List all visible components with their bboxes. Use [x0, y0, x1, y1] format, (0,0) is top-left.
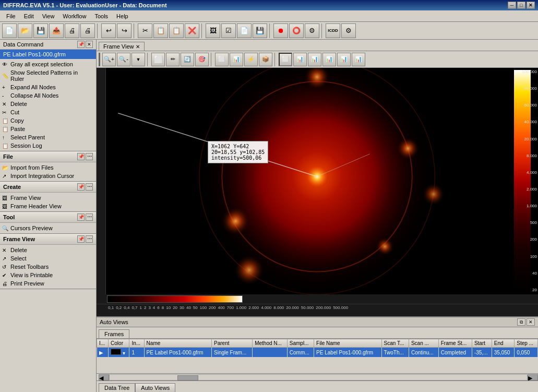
toolbar-settings3[interactable]: ⚙: [341, 23, 356, 38]
toolbar-print-preview[interactable]: 🖨: [65, 23, 79, 38]
toolbar-save[interactable]: 💾: [33, 23, 48, 38]
toolbar-export[interactable]: 📤: [49, 23, 64, 38]
col-parent[interactable]: Parent: [212, 339, 253, 348]
fv-pin[interactable]: 📌: [77, 235, 85, 243]
maximize-button[interactable]: □: [517, 2, 525, 9]
bottom-tab-autoviews[interactable]: Auto Views: [135, 383, 175, 392]
tab-frame-view[interactable]: Frame View ✕: [99, 42, 145, 51]
col-in[interactable]: In...: [129, 339, 144, 348]
toolbar-icdd[interactable]: ICDD: [326, 23, 340, 38]
toolbar-delete[interactable]: ❌: [185, 23, 199, 38]
fv-zoom-in[interactable]: 🔍+: [102, 53, 116, 66]
col-scant[interactable]: Scan T...: [381, 339, 409, 348]
menu-fv-printable[interactable]: ✔View is Printable: [0, 271, 96, 279]
toolbar-paste[interactable]: 📋: [169, 23, 184, 38]
menu-collapse-all[interactable]: -Collapse All Nodes: [0, 91, 96, 100]
toolbar-frame[interactable]: 🖼: [206, 23, 220, 38]
toolbar-doc[interactable]: 📄: [237, 23, 252, 38]
fv-zoom-dropdown[interactable]: ▼: [131, 53, 145, 66]
col-i[interactable]: I...: [97, 339, 109, 348]
col-method[interactable]: Method N...: [253, 339, 288, 348]
fv-more[interactable]: ⋯: [86, 235, 93, 243]
menu-cut[interactable]: ✂Cut: [0, 108, 96, 116]
av-restore[interactable]: ⧉: [517, 318, 525, 326]
menu-fv-reset[interactable]: ↺Reset Toolbars: [0, 263, 96, 271]
toolbar-print[interactable]: 🖨: [80, 23, 95, 38]
col-color[interactable]: Color: [109, 339, 129, 348]
file-pin[interactable]: 📌: [77, 153, 85, 160]
toolbar-check[interactable]: ☑: [221, 23, 236, 38]
file-more[interactable]: ⋯: [86, 153, 93, 160]
scroll-thumb[interactable]: [177, 375, 198, 381]
close-button[interactable]: ✕: [527, 2, 535, 9]
col-framest[interactable]: Frame St...: [438, 339, 472, 348]
fv-chart6[interactable]: 📊: [352, 53, 365, 66]
fv-draw[interactable]: ✏: [166, 53, 180, 66]
fv-chart2[interactable]: 📊: [293, 53, 307, 66]
menu-gray-all[interactable]: 👁Gray all except selection: [0, 60, 96, 68]
scroll-track[interactable]: [109, 374, 528, 381]
menu-fv-delete[interactable]: ✕Delete: [0, 246, 96, 254]
fv-rotate[interactable]: 🔄: [181, 53, 194, 66]
col-filename[interactable]: File Name: [314, 339, 381, 348]
fv-fit[interactable]: ⬜: [151, 53, 165, 66]
col-step[interactable]: Step ...: [515, 339, 538, 348]
toolbar-undo[interactable]: ↩: [101, 23, 116, 38]
col-sample[interactable]: Sampl...: [287, 339, 314, 348]
tool-pin[interactable]: 📌: [77, 213, 85, 221]
menu-frame-view[interactable]: 🖼Frame View: [0, 194, 96, 202]
create-pin[interactable]: 📌: [77, 183, 85, 191]
menu-frame-header[interactable]: 🖼Frame Header View: [0, 202, 96, 210]
menu-file[interactable]: File: [2, 12, 20, 20]
toolbar-record[interactable]: ⏺: [273, 23, 288, 38]
col-end[interactable]: End: [492, 339, 514, 348]
menu-fv-print[interactable]: 🖨Print Preview: [0, 279, 96, 288]
toolbar-save2[interactable]: 💾: [253, 23, 267, 38]
toolbar-new[interactable]: 📄: [2, 23, 17, 38]
menu-cursors-preview[interactable]: 🔍Cursors Preview: [0, 224, 96, 232]
menu-paste[interactable]: 📋Paste: [0, 125, 96, 133]
col-name[interactable]: Name: [144, 339, 211, 348]
toolbar-copy[interactable]: 📋: [153, 23, 168, 38]
tool-more[interactable]: ⋯: [86, 213, 93, 221]
fv-chart[interactable]: 📊: [230, 53, 243, 66]
menu-select-parent[interactable]: ↑Select Parent: [0, 133, 96, 141]
menu-view[interactable]: View: [38, 12, 59, 20]
toolbar-circle[interactable]: ⭕: [289, 23, 304, 38]
menu-show-selected[interactable]: 📏Show Selected Patterns in Ruler: [0, 68, 96, 83]
col-scan[interactable]: Scan ...: [409, 339, 438, 348]
menu-import-cursor[interactable]: ↗Import Integration Cursor: [0, 172, 96, 180]
data-command-close[interactable]: ✕: [86, 41, 93, 48]
menu-copy[interactable]: 📋Copy: [0, 116, 96, 125]
scroll-right-btn[interactable]: ▶: [528, 374, 538, 381]
tab-close-btn[interactable]: ✕: [136, 44, 140, 50]
fv-box[interactable]: 📦: [259, 53, 272, 66]
data-command-pin[interactable]: 📌: [77, 41, 85, 48]
menu-workflow[interactable]: Workflow: [58, 12, 90, 20]
col-start[interactable]: Start: [472, 339, 492, 348]
h-scrollbar[interactable]: ◀ ▶: [97, 373, 538, 381]
fv-lightning[interactable]: ⚡: [244, 53, 258, 66]
frames-tab[interactable]: Frames: [99, 329, 129, 338]
menu-tools[interactable]: Tools: [90, 12, 112, 20]
menu-fv-select[interactable]: ↗Select: [0, 254, 96, 263]
toolbar-open[interactable]: 📂: [18, 23, 32, 38]
menu-help[interactable]: Help: [112, 12, 133, 20]
fv-rect[interactable]: ⬜: [215, 53, 229, 66]
fv-play[interactable]: ⬜: [279, 53, 292, 66]
av-close[interactable]: ✕: [527, 318, 535, 326]
menu-expand-all[interactable]: +Expand All Nodes: [0, 83, 96, 91]
menu-delete[interactable]: ✕Delete: [0, 100, 96, 108]
menu-session-log[interactable]: 📋Session Log: [0, 141, 96, 150]
menu-import-files[interactable]: 📂Import from Files: [0, 163, 96, 172]
toolbar-cut[interactable]: ✂: [138, 23, 152, 38]
create-more[interactable]: ⋯: [86, 183, 93, 191]
fv-chart3[interactable]: 📊: [308, 53, 321, 66]
bottom-tab-datatree[interactable]: Data Tree: [99, 383, 135, 392]
fv-chart5[interactable]: 📊: [337, 53, 351, 66]
fv-target[interactable]: 🎯: [195, 53, 209, 66]
fv-chart4[interactable]: 📊: [322, 53, 336, 66]
toolbar-settings2[interactable]: ⚙: [305, 23, 319, 38]
scroll-left-btn[interactable]: ◀: [99, 374, 109, 381]
toolbar-redo[interactable]: ↪: [117, 23, 131, 38]
